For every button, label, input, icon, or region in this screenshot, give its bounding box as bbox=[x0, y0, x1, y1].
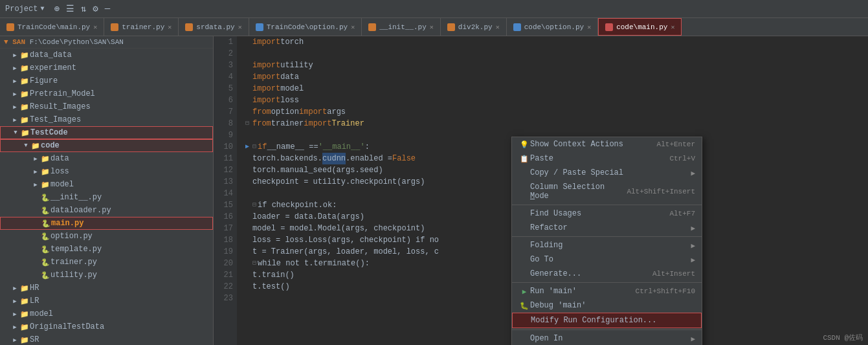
tab-srdata[interactable]: srdata.py ✕ bbox=[179, 18, 249, 36]
sidebar-item-hr[interactable]: ▶ 📁 HR bbox=[0, 282, 213, 295]
line-num-14: 14 bbox=[214, 188, 233, 199]
sidebar-item-test-images[interactable]: ▶ 📁 Test_Images bbox=[0, 113, 213, 126]
sidebar-item-dataloader[interactable]: 🐍 dataloader.py bbox=[0, 204, 213, 217]
folder-icon-loss: 📁 bbox=[40, 168, 50, 176]
sidebar-item-originaltest[interactable]: ▶ 📁 OriginalTestData bbox=[0, 320, 213, 333]
label-loss: loss bbox=[50, 167, 69, 176]
title-icons: ⊕ ☰ ⇅ ⚙ — bbox=[52, 2, 112, 16]
sidebar-item-experiment[interactable]: ▶ 📁 experiment bbox=[0, 61, 213, 74]
menu-label-modify-run-config: Modify Run Configuration... bbox=[531, 316, 695, 325]
main-layout: ▼ SAN F:\Code\Python\SAN\SAN ▶ 📁 data_da… bbox=[0, 36, 868, 345]
menu-item-modify-run-config[interactable]: Modify Run Configuration... bbox=[512, 313, 702, 328]
tab-trainer[interactable]: trainer.py ✕ bbox=[104, 18, 179, 36]
label-hr: HR bbox=[30, 284, 39, 293]
folder-icon-testcode: 📁 bbox=[20, 129, 30, 137]
menu-item-folding[interactable]: Folding ▶ bbox=[512, 238, 702, 252]
project-label: Project bbox=[5, 5, 38, 14]
sidebar-item-trainerpy[interactable]: 🐍 trainer.py bbox=[0, 256, 213, 269]
sidebar-item-testcode[interactable]: ▼ 📁 TestCode bbox=[0, 126, 213, 139]
file-icon-mainpy: 🐍 bbox=[41, 219, 51, 228]
menu-item-generate[interactable]: Generate... Alt+Insert bbox=[512, 267, 702, 281]
tab-label-init: __init__.py bbox=[379, 23, 427, 31]
line-num-13: 13 bbox=[214, 176, 233, 188]
menu-item-column-selection[interactable]: Column Selection Mode Alt+Shift+Insert bbox=[512, 180, 702, 203]
tab-bar: TrainCode\main.py ✕ trainer.py ✕ srdata.… bbox=[0, 18, 868, 36]
add-icon[interactable]: ⊕ bbox=[52, 2, 61, 16]
arrow-pretrain: ▶ bbox=[10, 91, 19, 98]
menu-shortcut-run-main: Ctrl+Shift+F10 bbox=[636, 287, 695, 295]
tab-traincode-main[interactable]: TrainCode\main.py ✕ bbox=[0, 18, 104, 36]
tab-close-init[interactable]: ✕ bbox=[430, 23, 434, 31]
label-init: __init__.py bbox=[50, 193, 102, 202]
menu-shortcut-show-context-actions: Alt+Enter bbox=[657, 140, 695, 148]
sidebar-item-figure[interactable]: ▶ 📁 Figure bbox=[0, 74, 213, 87]
arrow-open-in: ▶ bbox=[691, 335, 695, 343]
menu-item-run-main[interactable]: ▶ Run 'main' Ctrl+Shift+F10 bbox=[512, 284, 702, 298]
sort-icon[interactable]: ⇅ bbox=[79, 2, 88, 16]
code-line-4: import data bbox=[242, 71, 868, 83]
tab-close-code-option[interactable]: ✕ bbox=[587, 23, 591, 31]
tab-label-traincode-main: TrainCode\main.py bbox=[17, 23, 90, 31]
tab-div2k[interactable]: div2k.py ✕ bbox=[441, 18, 507, 36]
tab-traincode-option[interactable]: TrainCode\option.py ✕ bbox=[249, 18, 362, 36]
menu-item-debug-main[interactable]: 🐛 Debug 'main' bbox=[512, 298, 702, 313]
menu-item-copy-paste-special[interactable]: Copy / Paste Special ▶ bbox=[512, 166, 702, 180]
folder-icon-data-data: 📁 bbox=[19, 51, 30, 60]
folder-icon-code: 📁 bbox=[30, 142, 41, 150]
menu-item-open-in[interactable]: Open In ▶ bbox=[512, 331, 702, 345]
tab-init[interactable]: __init__.py ✕ bbox=[362, 18, 441, 36]
arrow-experiment: ▶ bbox=[10, 65, 19, 72]
menu-shortcut-find-usages: Alt+F7 bbox=[669, 210, 695, 217]
folder-icon-result-images: 📁 bbox=[19, 103, 30, 111]
settings-icon[interactable]: ⚙ bbox=[91, 2, 100, 16]
arrow-testcode: ▼ bbox=[11, 129, 20, 136]
line-num-15: 15 bbox=[214, 199, 233, 211]
sidebar-item-sr[interactable]: ▶ 📁 SR bbox=[0, 333, 213, 345]
sidebar-item-model-root[interactable]: ▶ 📁 model bbox=[0, 307, 213, 320]
label-experiment: experiment bbox=[30, 63, 76, 72]
label-test-images: Test_Images bbox=[30, 115, 81, 124]
menu-label-open-in: Open In bbox=[530, 334, 691, 343]
sidebar-item-init[interactable]: 🐍 __init__.py bbox=[0, 191, 213, 204]
list-icon[interactable]: ☰ bbox=[64, 2, 76, 16]
sidebar-item-data-data[interactable]: ▶ 📁 data_data bbox=[0, 49, 213, 61]
tab-close-traincode-option[interactable]: ✕ bbox=[351, 23, 355, 31]
line-num-2: 2 bbox=[214, 48, 233, 60]
watermark: CSDN @佐码 bbox=[823, 333, 863, 342]
tab-close-traincode-main[interactable]: ✕ bbox=[93, 23, 97, 31]
minimize-icon[interactable]: — bbox=[103, 2, 112, 16]
sidebar-item-lr[interactable]: ▶ 📁 LR bbox=[0, 295, 213, 307]
tab-close-srdata[interactable]: ✕ bbox=[238, 23, 242, 31]
menu-item-refactor[interactable]: Refactor ▶ bbox=[512, 221, 702, 235]
code-line-2 bbox=[242, 48, 868, 60]
tab-code-option[interactable]: code\option.py ✕ bbox=[507, 18, 598, 36]
sidebar-item-data[interactable]: ▶ 📁 data bbox=[0, 152, 213, 165]
sidebar-item-loss[interactable]: ▶ 📁 loss bbox=[0, 165, 213, 178]
line-num-19: 19 bbox=[214, 246, 233, 258]
menu-item-go-to[interactable]: Go To ▶ bbox=[512, 252, 702, 267]
menu-item-find-usages[interactable]: Find Usages Alt+F7 bbox=[512, 206, 702, 221]
sidebar-item-model[interactable]: ▶ 📁 model bbox=[0, 178, 213, 191]
menu-item-show-context-actions[interactable]: 💡 Show Context Actions Alt+Enter bbox=[512, 137, 702, 151]
menu-item-paste[interactable]: 📋 Paste Ctrl+V bbox=[512, 151, 702, 166]
arrow-folding: ▶ bbox=[691, 241, 695, 250]
sidebar-item-code[interactable]: ▼ 📁 code bbox=[0, 139, 213, 152]
sidebar-item-pretrain[interactable]: ▶ 📁 Pretrain_Model bbox=[0, 87, 213, 100]
sidebar-item-result-images[interactable]: ▶ 📁 Result_Images bbox=[0, 100, 213, 113]
file-icon-dataloader: 🐍 bbox=[40, 206, 50, 215]
line-num-23: 23 bbox=[214, 293, 233, 304]
arrow-model: ▶ bbox=[31, 181, 40, 188]
file-icon-init: 🐍 bbox=[40, 194, 50, 202]
menu-label-column-selection: Column Selection Mode bbox=[530, 183, 614, 201]
sidebar-item-utilitypy[interactable]: 🐍 utility.py bbox=[0, 269, 213, 282]
tab-code-main[interactable]: code\main.py ✕ bbox=[598, 18, 682, 36]
tab-close-code-main[interactable]: ✕ bbox=[671, 23, 674, 31]
sidebar-item-mainpy[interactable]: 🐍 main.py bbox=[0, 217, 213, 230]
tab-close-trainer[interactable]: ✕ bbox=[168, 23, 172, 31]
sidebar-item-templatepy[interactable]: 🐍 template.py bbox=[0, 243, 213, 256]
project-dropdown-arrow[interactable]: ▼ bbox=[40, 5, 44, 12]
label-pretrain: Pretrain_Model bbox=[30, 89, 95, 98]
tab-close-div2k[interactable]: ✕ bbox=[496, 23, 500, 31]
label-templatepy: template.py bbox=[50, 245, 102, 254]
sidebar-item-optionpy[interactable]: 🐍 option.py bbox=[0, 230, 213, 243]
